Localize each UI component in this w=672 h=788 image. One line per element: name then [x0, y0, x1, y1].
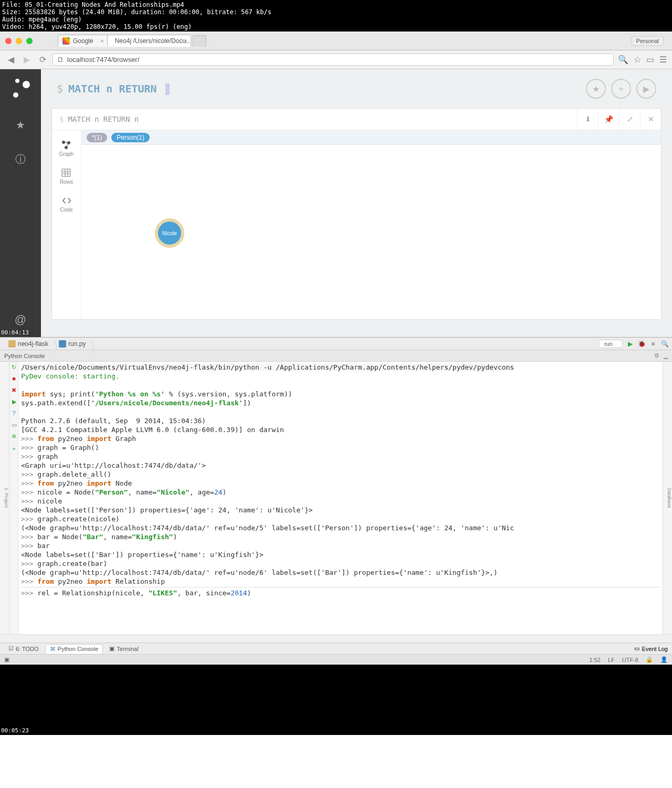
lock-icon[interactable]: 🔒 — [646, 656, 653, 663]
rerun-icon[interactable]: ↻ — [10, 364, 18, 371]
video-size-line: Size: 25583826 bytes (24.40 MiB), durati… — [2, 8, 670, 16]
favorites-icon[interactable]: ★ — [16, 119, 25, 131]
labels-row: *(1) Person(1) — [81, 130, 661, 145]
query-input[interactable]: MATCH n RETURN — [68, 82, 170, 96]
neo4j-browser: ★ ⓘ @ 00:04:13 $ MATCH n RETURN ★ ＋ ▶ $M… — [0, 69, 672, 337]
add-query-button[interactable]: ＋ — [611, 79, 631, 99]
result-query-text: $MATCH n RETURN n — [52, 110, 577, 129]
line-ending[interactable]: LF — [608, 657, 615, 663]
video-timestamp: 00:04:13 — [1, 329, 29, 336]
result-frame: $MATCH n RETURN n ⬇ 📌 ⤢ ✕ Graph Rows — [51, 108, 662, 320]
graph-canvas[interactable]: Nicole — [81, 145, 661, 319]
rows-view-tab[interactable]: Rows — [60, 162, 73, 190]
python-console-output[interactable]: /Users/nicole/Documents/VirtualEnvs/neo4… — [19, 362, 663, 634]
video-timestamp-2: 00:05:23 — [1, 727, 29, 734]
help-icon[interactable]: ? — [10, 410, 18, 417]
status-left-icon[interactable]: ▣ — [4, 656, 9, 663]
python-console-tool-tab[interactable]: ⌘ Python Console — [45, 644, 103, 654]
reload-button[interactable]: ⟳ — [37, 54, 48, 66]
breadcrumb-bar: neo4j-flask run.py run ▶ 🐞 ■ 🔍 — [0, 338, 672, 350]
download-button[interactable]: ⬇ — [577, 109, 598, 130]
menu-icon[interactable]: ☰ — [659, 55, 667, 65]
video-audio-line: Audio: mpeg4aac (eng) — [2, 16, 670, 23]
breadcrumb-project[interactable]: neo4j-flask — [3, 340, 54, 348]
horizontal-scrollbar[interactable] — [0, 634, 672, 643]
pycharm-ide: neo4j-flask run.py run ▶ 🐞 ■ 🔍 Python Co… — [0, 337, 672, 665]
left-tool-tabs: 1: Project 7: Structure 2: Favorites — [0, 362, 9, 634]
run-config-selector[interactable]: run — [598, 340, 623, 348]
prompt-dollar: $ — [57, 82, 63, 95]
about-icon[interactable]: @ — [15, 313, 26, 327]
console-area: 1: Project 7: Structure 2: Favorites ↻ ■… — [0, 362, 672, 634]
tab-neo4j[interactable]: Neo4j /Users/nicole/Docu… × — [107, 35, 191, 47]
close-tab-icon[interactable]: × — [184, 38, 187, 44]
execute-icon[interactable]: ▶ — [10, 398, 18, 406]
close-frame-button[interactable]: ✕ — [640, 109, 661, 130]
project-tool-tab[interactable]: 1: Project — [4, 488, 9, 508]
neo4j-logo[interactable] — [11, 79, 30, 98]
star-icon[interactable]: ☆ — [634, 55, 641, 65]
window-close-button[interactable] — [5, 38, 12, 44]
search-everywhere-icon[interactable]: 🔍 — [660, 340, 669, 348]
python-file-icon — [59, 340, 66, 348]
neo4j-sidebar: ★ ⓘ @ — [0, 69, 41, 337]
event-log-tab[interactable]: Event Log — [642, 646, 668, 652]
video-letterbox: 00:05:23 — [0, 665, 672, 735]
neo4j-main: $ MATCH n RETURN ★ ＋ ▶ $MATCH n RETURN n… — [41, 69, 672, 337]
forward-button[interactable]: ▶ — [21, 54, 33, 66]
python-icon: ⌘ — [50, 646, 56, 653]
window-zoom-button[interactable] — [26, 38, 33, 44]
debug-button[interactable]: 🐞 — [637, 340, 646, 348]
all-labels-chip[interactable]: *(1) — [87, 133, 107, 142]
person-label-chip[interactable]: Person(1) — [111, 133, 150, 142]
close-console-icon[interactable]: ✖ — [10, 387, 18, 394]
query-editor: $ MATCH n RETURN ★ ＋ ▶ — [46, 69, 667, 108]
info-icon[interactable]: ⓘ — [15, 152, 26, 166]
expand-button[interactable]: ⤢ — [619, 109, 640, 130]
browse-icon[interactable]: ✲ — [10, 433, 18, 440]
svg-rect-5 — [62, 169, 70, 176]
database-tool-tab[interactable]: Database — [667, 488, 672, 508]
close-tab-icon[interactable]: × — [100, 38, 103, 44]
devices-icon[interactable]: ▭ — [646, 55, 654, 65]
back-button[interactable]: ◀ — [5, 54, 17, 66]
view-tabs: Graph Rows Code — [52, 130, 81, 319]
folder-icon — [8, 340, 16, 348]
history-icon[interactable]: ▭ — [10, 422, 18, 429]
stop-button[interactable]: ■ — [649, 340, 657, 348]
graph-node-nicole[interactable]: Nicole — [155, 218, 184, 248]
caret-position[interactable]: 1:52 — [590, 657, 601, 663]
window-minimize-button[interactable] — [16, 38, 22, 44]
terminal-tool-tab[interactable]: ▣ Terminal — [105, 644, 143, 653]
tab-label: Neo4j /Users/nicole/Docu… — [115, 37, 191, 45]
event-log-icon: ▭ — [634, 645, 639, 652]
address-text: localhost:7474/browser/ — [67, 56, 139, 64]
page-icon: 🗋 — [57, 56, 64, 64]
video-metadata-header: File: 05_01-Creating Nodes And Relations… — [0, 0, 672, 31]
breadcrumb-file[interactable]: run.py — [54, 340, 91, 348]
minimize-panel-icon[interactable]: ▁ — [664, 352, 668, 359]
run-query-button[interactable]: ▶ — [636, 79, 656, 99]
hector-icon[interactable]: 👤 — [660, 656, 668, 663]
graph-view-tab[interactable]: Graph — [59, 134, 74, 162]
search-icon[interactable]: 🔍 — [618, 55, 628, 65]
favorite-query-button[interactable]: ★ — [586, 79, 606, 99]
address-input[interactable]: 🗋 localhost:7474/browser/ — [52, 54, 614, 66]
video-video-line: Video: h264, yuv420p, 1280x720, 15.00 fp… — [2, 23, 670, 30]
stop-icon[interactable]: ■ — [10, 375, 18, 383]
tab-google[interactable]: Google × — [58, 35, 108, 47]
google-favicon — [62, 37, 70, 45]
ide-footer: ☑ 6: TODO ⌘ Python Console ▣ Terminal ▭ … — [0, 643, 672, 654]
run-button[interactable]: ▶ — [626, 340, 634, 348]
settings-icon[interactable]: ⚙ — [654, 352, 659, 359]
todo-tool-tab[interactable]: ☑ 6: TODO — [4, 644, 43, 653]
address-bar: ◀ ▶ ⟳ 🗋 localhost:7474/browser/ 🔍 ☆ ▭ ☰ — [0, 50, 672, 69]
profile-badge[interactable]: Personal — [632, 36, 664, 46]
video-file-line: File: 05_01-Creating Nodes And Relations… — [2, 1, 670, 8]
new-tab-button[interactable] — [193, 35, 206, 47]
right-tool-tabs: Database — [663, 362, 672, 634]
encoding[interactable]: UTF-8 — [622, 657, 638, 663]
pin-button[interactable]: 📌 — [598, 109, 619, 130]
code-view-tab[interactable]: Code — [60, 190, 73, 218]
add-icon[interactable]: ＋ — [10, 445, 18, 452]
